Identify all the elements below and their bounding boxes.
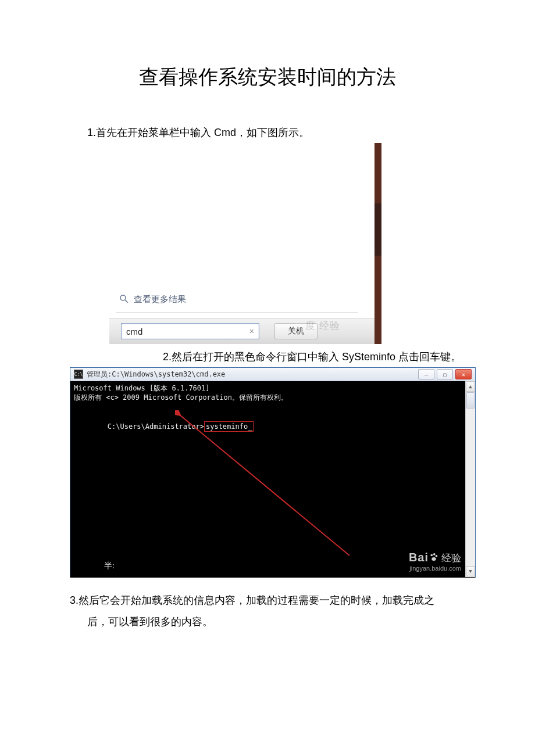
baidu-watermark: Bai 经验 jingyan.baidu.com (409, 550, 461, 573)
search-input-value: cmd (126, 327, 142, 336)
watermark-url: jingyan.baidu.com (409, 564, 461, 573)
divider (116, 312, 358, 313)
cmd-blank-line (74, 402, 472, 411)
cmd-prompt-line: C:\Users\Administrator>systeminfo_ (74, 412, 472, 442)
svg-point-3 (430, 554, 433, 557)
cmd-prompt: C:\Users\Administrator> (108, 422, 204, 431)
more-results-link[interactable]: 查看更多结果 (119, 293, 186, 306)
step-2-text: 2.然后在打开的黑色命令行窗口中输入 SySteminfo 点击回车键。 (163, 350, 465, 364)
scroll-up-icon[interactable]: ▲ (466, 381, 475, 392)
minimize-button[interactable]: — (418, 369, 434, 379)
cmd-line-2: 版权所有 <c> 2009 Microsoft Corporation。保留所有… (74, 393, 472, 402)
screenshot-start-menu: 查看更多结果 cmd × 关机 度 经验 (92, 143, 381, 344)
svg-point-0 (120, 295, 126, 300)
cmd-line-1: Microsoft Windows [版本 6.1.7601] (74, 384, 472, 393)
cmd-typed-command: systeminfo_ (204, 421, 254, 432)
more-results-label: 查看更多结果 (134, 294, 186, 305)
startmenu-edge-decoration (374, 203, 381, 256)
clear-search-icon[interactable]: × (249, 327, 254, 336)
screenshot-cmd-window: C:\ 管理员: C:\Windows\system32\cmd.exe — ▢… (70, 367, 476, 578)
cmd-icon: C:\ (74, 370, 83, 379)
svg-point-5 (436, 555, 438, 557)
search-icon (119, 293, 129, 306)
svg-point-6 (431, 557, 436, 561)
step-3-text-line2: 后，可以看到很多的内容。 (87, 615, 465, 629)
scroll-thumb[interactable] (466, 392, 475, 409)
cmd-body[interactable]: Microsoft Windows [版本 6.1.7601] 版权所有 <c>… (70, 381, 475, 578)
svg-line-1 (125, 300, 128, 303)
shutdown-button[interactable]: 关机 度 经验 (274, 323, 318, 339)
cmd-title-path: C:\Windows\system32\cmd.exe (112, 370, 225, 378)
svg-point-4 (433, 553, 436, 556)
cmd-scrollbar[interactable]: ▲ ▼ (465, 381, 475, 577)
close-button[interactable]: ✕ (455, 369, 472, 379)
page-title: 查看操作系统安装时间的方法 (70, 64, 465, 91)
search-input[interactable]: cmd × (121, 323, 259, 339)
watermark-brand: Bai (409, 551, 429, 564)
watermark-faint: 度 经验 (305, 319, 340, 332)
scroll-down-icon[interactable]: ▼ (466, 566, 475, 576)
cmd-title-prefix: 管理员: (87, 370, 112, 379)
step-3-text-line1: 3.然后它会开始加载系统的信息内容，加载的过程需要一定的时候，加载完成之 (70, 586, 465, 615)
shutdown-label: 关机 (288, 326, 304, 336)
maximize-button[interactable]: ▢ (437, 369, 453, 379)
paw-icon (429, 552, 439, 562)
cmd-titlebar: C:\ 管理员: C:\Windows\system32\cmd.exe — ▢… (70, 368, 475, 381)
step-1-text: 1.首先在开始菜单栏中输入 Cmd，如下图所示。 (87, 126, 465, 139)
watermark-cn: 经验 (441, 553, 461, 564)
start-menu-bottom-bar: cmd × 关机 度 经验 (109, 318, 374, 344)
cmd-bottom-char: 半: (104, 561, 115, 572)
